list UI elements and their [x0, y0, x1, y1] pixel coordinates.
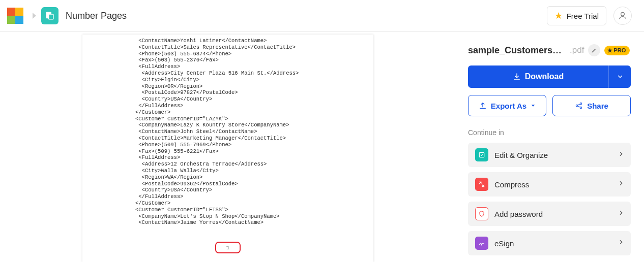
compress-icon — [475, 178, 488, 191]
user-avatar[interactable] — [613, 7, 632, 25]
tool-compress[interactable]: Compress — [468, 172, 631, 196]
pro-badge: ★PRO — [604, 46, 630, 55]
tool-label: Edit & Organize — [494, 151, 619, 159]
document-preview-area: <ContactName>Yoshi Latimer</ContactName>… — [0, 32, 456, 262]
share-button[interactable]: Share — [552, 95, 631, 116]
tool-add-password[interactable]: Add password — [468, 202, 631, 226]
file-title-row: sample_CustomersOrders-... .pdf ★PRO — [468, 44, 631, 56]
document-content: <ContactName>Yoshi Latimer</ContactName>… — [82, 35, 373, 226]
star-icon: ★ — [607, 47, 612, 54]
tool-esign[interactable]: eSign — [468, 231, 631, 255]
file-extension: .pdf — [570, 45, 584, 55]
document-page: <ContactName>Yoshi Latimer</ContactName>… — [82, 35, 373, 262]
chevron-right-icon — [619, 180, 624, 189]
tool-edit-organize[interactable]: Edit & Organize — [468, 143, 631, 167]
chevron-right-icon — [619, 239, 624, 248]
right-sidebar: sample_CustomersOrders-... .pdf ★PRO Dow… — [456, 32, 644, 262]
export-icon — [479, 102, 487, 110]
file-name: sample_CustomersOrders-... — [468, 45, 566, 56]
tool-label: eSign — [494, 239, 619, 248]
main-content: <ContactName>Yoshi Latimer</ContactName>… — [0, 32, 644, 262]
export-as-button[interactable]: Export As — [468, 95, 546, 116]
tool-label: Add password — [494, 210, 619, 218]
secondary-actions-row: Export As Share — [468, 95, 631, 116]
page-title: Number Pages — [66, 11, 127, 21]
caret-down-icon — [531, 103, 536, 108]
svg-point-2 — [621, 12, 625, 16]
share-icon — [575, 102, 583, 110]
download-dropdown[interactable] — [608, 66, 631, 88]
shield-icon — [475, 207, 488, 220]
download-button[interactable]: Download — [468, 66, 608, 88]
number-pages-app-icon[interactable] — [41, 7, 58, 24]
edit-organize-icon — [475, 148, 488, 161]
esign-icon — [475, 237, 488, 250]
svg-rect-1 — [49, 14, 53, 19]
download-icon — [513, 73, 521, 81]
chevron-right-icon — [619, 150, 624, 159]
app-header: Number Pages ★ Free Trial — [0, 0, 644, 32]
rename-button[interactable] — [588, 44, 600, 56]
download-label: Download — [525, 72, 564, 81]
page-number: 1 — [226, 245, 230, 251]
star-icon: ★ — [554, 10, 563, 21]
smallpdf-logo[interactable] — [7, 8, 23, 24]
continue-in-label: Continue in — [468, 128, 631, 137]
tool-label: Compress — [494, 180, 619, 189]
chevron-down-icon — [617, 73, 624, 80]
download-row: Download — [468, 66, 631, 88]
free-trial-button[interactable]: ★ Free Trial — [547, 6, 606, 25]
breadcrumb-separator — [33, 13, 36, 19]
share-label: Share — [587, 102, 608, 110]
export-label: Export As — [491, 102, 526, 110]
free-trial-label: Free Trial — [567, 12, 599, 20]
chevron-right-icon — [619, 209, 624, 218]
page-number-highlight: 1 — [215, 242, 241, 253]
